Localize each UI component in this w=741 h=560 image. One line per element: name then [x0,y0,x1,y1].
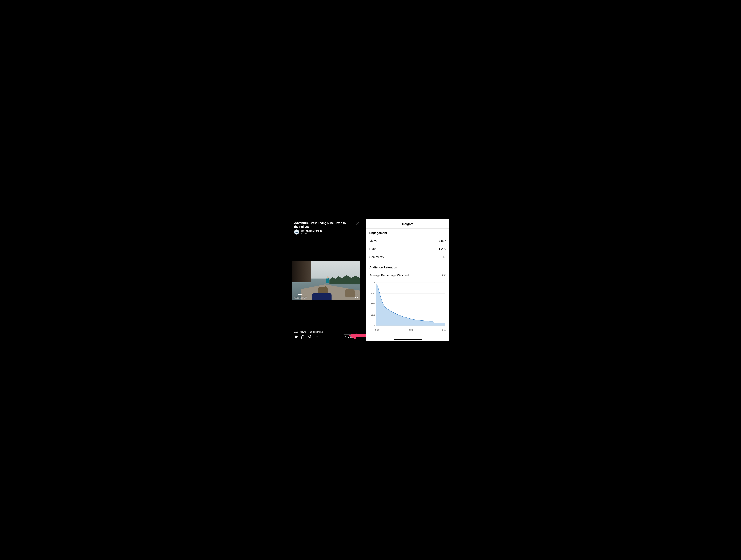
speech-bubble-icon [301,335,305,339]
insights-panel: Insights Engagement Views 7,887 Likes 1,… [366,219,449,341]
watermark-line2: LIVING NINE LIVES TO THE FULLEST [294,298,307,299]
video-player[interactable]: ADVENTURE CATS LIVING NINE LIVES TO THE … [292,261,360,300]
metric-comments: Comments 15 [366,254,449,262]
engagement-title: Engagement [366,229,449,236]
more-options-button[interactable] [315,335,318,339]
x-tick-1: 0:38 [408,329,413,331]
metric-comments-value: 15 [443,256,446,259]
up-next-button[interactable]: Up Next [343,335,358,339]
close-button[interactable] [355,221,359,226]
metric-likes-label: Likes [369,247,376,251]
views-count: 7,887 views [294,331,306,333]
metric-likes: Likes 1,269 [366,246,449,254]
fullscreen-icon [355,294,358,298]
heart-icon [294,335,298,339]
metric-comments-label: Comments [369,256,384,259]
verified-badge-icon [320,230,322,232]
video-watermark: ADVENTURE CATS LIVING NINE LIVES TO THE … [294,292,307,299]
svg-point-1 [320,230,322,232]
stats-separator: · [308,331,308,333]
avatar-mountain-icon [294,230,298,234]
fullscreen-button[interactable] [354,294,358,298]
x-tick-0: 0:00 [375,329,380,331]
retention-chart: 100%75%50%25%0% [366,280,449,328]
stats-row: 7,887 views · 15 comments [294,331,323,333]
paper-plane-icon [308,335,312,339]
post-date: April 14 [300,232,322,234]
post-title-text: Adventure Cats: Living Nine Lives to the… [294,221,346,228]
comment-button[interactable] [301,335,305,339]
svg-text:25%: 25% [371,313,375,316]
x-tick-2: 1:17 [442,329,446,331]
metric-avg-watched: Average Percentage Watched 7% [366,270,449,280]
avg-watched-value: 7% [442,274,446,277]
top-hairline [292,220,360,220]
retention-title: Audience Retention [366,263,449,270]
svg-point-4 [317,337,318,337]
svg-text:75%: 75% [371,292,375,294]
watermark-line1: ADVENTURE CATS [294,296,307,298]
action-row: Up Next [294,335,358,339]
up-next-label: Up Next [348,336,356,338]
svg-text:100%: 100% [369,282,375,284]
author-name[interactable]: adventurecatsorg [300,229,319,232]
avatar[interactable] [294,229,299,234]
metric-views: Views 7,887 [366,236,449,246]
chart-x-ticks: 0:00 0:38 1:17 [366,328,449,331]
avg-watched-label: Average Percentage Watched [369,274,409,277]
metric-views-label: Views [369,239,377,242]
insights-header: Insights [366,219,449,229]
svg-point-2 [315,337,316,337]
home-indicator [394,339,422,340]
close-icon [355,222,359,225]
svg-text:0%: 0% [372,324,375,327]
chevron-up-icon [345,336,347,338]
metric-likes-value: 1,269 [439,247,446,251]
ellipsis-icon [315,335,318,339]
metric-views-value: 7,887 [439,239,446,242]
comments-count: 15 comments [310,331,323,333]
author-meta: adventurecatsorg April 14 [300,229,322,234]
like-button[interactable] [294,335,298,339]
author-row[interactable]: adventurecatsorg April 14 [294,229,322,234]
video-post-panel: Adventure Cats: Living Nine Lives to the… [292,219,360,341]
title-caret-icon[interactable] [311,226,313,227]
svg-point-3 [316,337,317,337]
share-button[interactable] [308,335,312,339]
svg-text:50%: 50% [371,303,375,305]
post-title: Adventure Cats: Living Nine Lives to the… [294,221,350,229]
